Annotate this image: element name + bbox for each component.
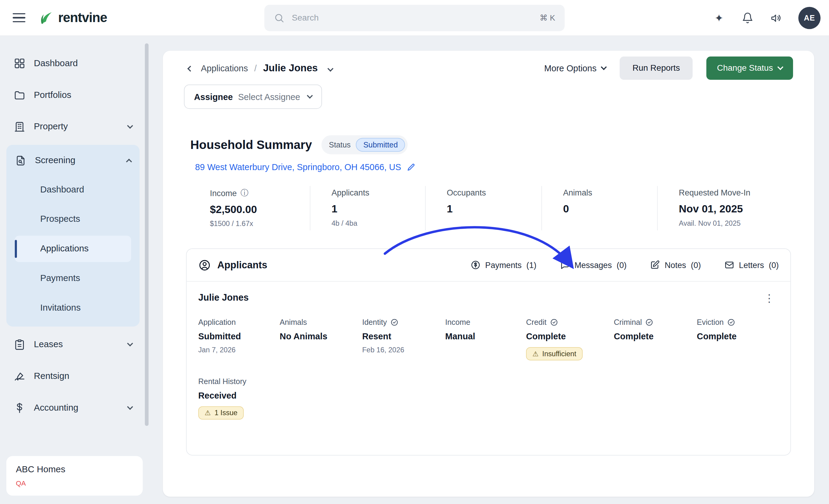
warning-icon: ⚠ bbox=[532, 350, 538, 357]
sidebar-scrollbar[interactable] bbox=[145, 43, 148, 426]
sidebar-item-invitations[interactable]: Invitations bbox=[15, 295, 131, 321]
status-date: Feb 16, 2026 bbox=[362, 346, 445, 354]
stat-label: Income bbox=[210, 188, 237, 198]
sidebar-item-screening[interactable]: Screening bbox=[9, 147, 136, 175]
status-value: Complete bbox=[526, 331, 614, 341]
sidebar-item-payments[interactable]: Payments bbox=[15, 265, 131, 292]
status-value: Resent bbox=[362, 331, 445, 341]
tab-letters[interactable]: Letters (0) bbox=[724, 260, 779, 270]
tab-messages[interactable]: Messages (0) bbox=[560, 260, 626, 270]
sidebar-subitem-label: Invitations bbox=[40, 303, 81, 313]
sidebar-subitem-label: Applications bbox=[40, 243, 88, 254]
status-label: Income bbox=[445, 318, 470, 326]
breadcrumb: Applications / Julie Jones bbox=[184, 61, 335, 75]
header-actions: More Options Run Reports Change Status bbox=[544, 56, 793, 80]
status-identity: Identity Resent Feb 16, 2026 bbox=[362, 318, 445, 360]
address-text: 89 West Waterbury Drive, Springboro, OH … bbox=[195, 162, 401, 172]
status-label: Criminal bbox=[614, 318, 642, 326]
status-value: No Animals bbox=[280, 331, 362, 341]
tab-count: (0) bbox=[691, 260, 701, 270]
menu-icon[interactable] bbox=[13, 13, 25, 23]
sidebar-item-applications[interactable]: Applications bbox=[15, 236, 131, 262]
sidebar-item-prospects[interactable]: Prospects bbox=[15, 206, 131, 232]
chevron-down-icon bbox=[127, 404, 133, 410]
search-input[interactable] bbox=[291, 13, 533, 23]
tab-count: (0) bbox=[769, 260, 779, 270]
folder-icon bbox=[13, 89, 25, 101]
badge-label: Insufficient bbox=[542, 350, 576, 358]
tab-payments[interactable]: Payments (1) bbox=[470, 260, 536, 270]
stat-label: Animals bbox=[563, 188, 592, 198]
applicants-card-header: Applicants Payments bbox=[186, 249, 790, 282]
sidebar-item-label: Rentsign bbox=[34, 371, 69, 382]
chevron-down-icon bbox=[127, 341, 133, 347]
stat-applicants: Applicants 1 4b / 4ba bbox=[310, 186, 425, 231]
rentvine-logo-icon bbox=[38, 10, 54, 25]
stat-sub: Avail. Nov 01, 2025 bbox=[679, 219, 793, 228]
stat-sub: $1500 / 1.67x bbox=[210, 220, 310, 228]
stat-value: $2,500.00 bbox=[210, 203, 310, 216]
more-options-button[interactable]: More Options bbox=[544, 63, 606, 73]
stat-income: Income ⓘ $2,500.00 $1500 / 1.67x bbox=[210, 186, 310, 231]
chevron-down-icon bbox=[307, 93, 313, 99]
status-label: Status bbox=[329, 141, 351, 149]
sidebar-item-portfolios[interactable]: Portfolios bbox=[6, 81, 140, 109]
breadcrumb-applications[interactable]: Applications bbox=[201, 63, 248, 73]
stat-animals: Animals 0 bbox=[541, 186, 657, 231]
stat-value: 1 bbox=[331, 203, 425, 215]
run-reports-label: Run Reports bbox=[633, 64, 680, 73]
sidebar-item-leases[interactable]: Leases bbox=[6, 331, 140, 358]
sidebar-item-screening-dashboard[interactable]: Dashboard bbox=[15, 177, 131, 203]
sidebar-item-property[interactable]: Property bbox=[6, 113, 140, 141]
info-icon[interactable]: ⓘ bbox=[240, 188, 248, 198]
stat-occupants: Occupants 1 bbox=[425, 186, 541, 231]
status-date: Jan 7, 2026 bbox=[198, 346, 280, 354]
status-value: Received bbox=[198, 390, 280, 400]
badge-label: 1 Issue bbox=[214, 409, 237, 417]
tab-label: Messages bbox=[574, 260, 612, 270]
sidebar-item-label: Leases bbox=[34, 339, 63, 350]
edit-pencil-icon[interactable] bbox=[406, 163, 416, 172]
sidebar-item-dashboard[interactable]: Dashboard bbox=[6, 49, 140, 77]
status-eviction: Eviction Complete bbox=[697, 318, 779, 360]
sidebar-item-accounting[interactable]: Accounting bbox=[6, 394, 140, 422]
tab-notes[interactable]: Notes (0) bbox=[650, 260, 701, 270]
app-viewport: rentvine ⌘ K ✦ AE bbox=[0, 0, 829, 504]
insufficient-warning-badge[interactable]: ⚠ Insufficient bbox=[526, 347, 583, 360]
status-label: Identity bbox=[362, 318, 387, 326]
envelope-icon bbox=[724, 260, 734, 270]
sparkles-icon[interactable]: ✦ bbox=[713, 11, 725, 24]
organization-card[interactable]: ABC Homes QA bbox=[6, 456, 143, 496]
chat-bubble-icon bbox=[560, 260, 570, 270]
status-animals: Animals No Animals bbox=[280, 318, 362, 360]
organization-environment: QA bbox=[16, 479, 133, 487]
user-avatar[interactable]: AE bbox=[798, 7, 821, 29]
page-title: Julie Jones bbox=[263, 62, 318, 74]
assignee-select[interactable]: Assignee Select Assignee bbox=[184, 85, 322, 109]
sidebar-item-label: Dashboard bbox=[34, 58, 78, 69]
applicant-detail: Julie Jones ⋮ Application Submitted Jan … bbox=[186, 282, 790, 435]
announcements-icon[interactable] bbox=[770, 11, 783, 24]
chevron-down-icon[interactable] bbox=[326, 61, 335, 75]
tab-count: (0) bbox=[616, 260, 626, 270]
status-value: Submitted bbox=[198, 331, 280, 341]
note-edit-icon bbox=[650, 260, 660, 270]
household-summary-header: Household Summary Status Submitted bbox=[190, 135, 793, 154]
chevron-up-icon bbox=[126, 159, 132, 165]
active-indicator-bar bbox=[15, 240, 17, 258]
global-search[interactable]: ⌘ K bbox=[264, 5, 565, 31]
applicants-title: Applicants bbox=[198, 259, 267, 271]
stat-label: Applicants bbox=[331, 188, 369, 198]
verified-badge-icon bbox=[645, 318, 654, 326]
notification-bell-icon[interactable] bbox=[741, 11, 754, 24]
status-label: Application bbox=[198, 318, 236, 326]
sidebar-item-rentsign[interactable]: Rentsign bbox=[6, 362, 140, 390]
run-reports-button[interactable]: Run Reports bbox=[620, 56, 693, 80]
rentvine-logo[interactable]: rentvine bbox=[38, 10, 107, 25]
kebab-menu-icon[interactable]: ⋮ bbox=[760, 293, 779, 303]
property-address-link[interactable]: 89 West Waterbury Drive, Springboro, OH … bbox=[195, 162, 793, 172]
brand-wordmark: rentvine bbox=[58, 10, 107, 25]
change-status-button[interactable]: Change Status bbox=[707, 56, 793, 80]
issue-warning-badge[interactable]: ⚠ 1 Issue bbox=[198, 406, 244, 420]
back-chevron-icon[interactable] bbox=[184, 61, 195, 75]
